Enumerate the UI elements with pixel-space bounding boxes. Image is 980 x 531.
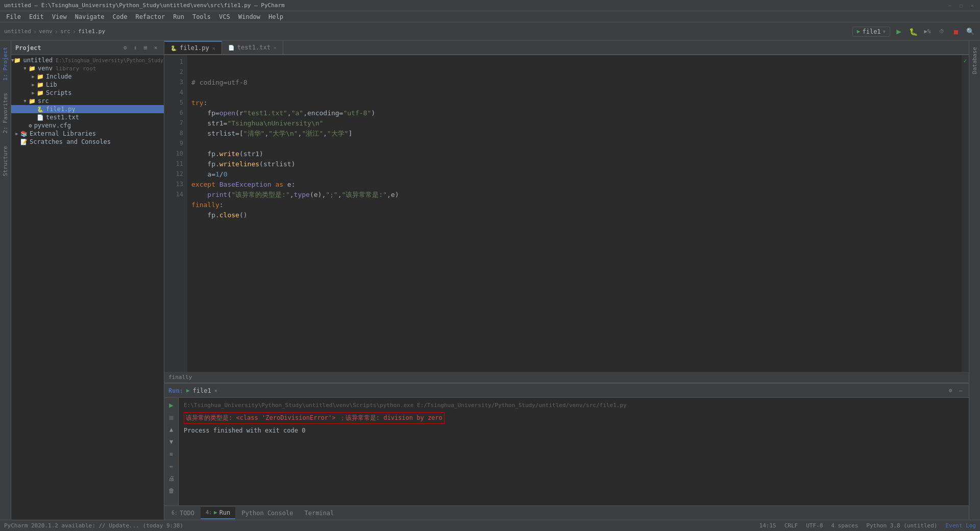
database-panel-label[interactable]: Database [969, 41, 980, 80]
bottom-tab-num-0: 6: [172, 510, 178, 516]
tab-label-1: test1.txt [237, 44, 271, 51]
tree-item-untitled[interactable]: ▼📁untitledE:\Tsinghua_University\Python_… [11, 56, 164, 64]
tree-arrow-2[interactable]: ▶ [30, 74, 37, 79]
bottom-tab-todo[interactable]: 6:TODO [166, 507, 200, 519]
clear-output-button[interactable]: 🗑 [166, 486, 177, 496]
menu-item-refactor[interactable]: Refactor [131, 12, 169, 21]
tree-item-external_libraries[interactable]: ▶📚External Libraries [11, 130, 164, 138]
tree-item-src[interactable]: ▼📁src [11, 97, 164, 105]
menu-item-window[interactable]: Window [234, 12, 264, 21]
event-log-label[interactable]: Event Log [945, 522, 976, 529]
code-line-11[interactable]: except BaseException as e: [191, 180, 958, 190]
run-file-icon: ▶ [186, 387, 190, 394]
tree-item-lib[interactable]: ▶📁Lib [11, 81, 164, 89]
tree-item-scripts[interactable]: ▶📁Scripts [11, 89, 164, 97]
soft-wrap-button[interactable]: ⇔ [166, 461, 177, 471]
tree-arrow-1[interactable]: ▼ [21, 66, 29, 71]
bottom-tab-terminal[interactable]: Terminal [299, 507, 339, 519]
tree-label-4: Scripts [46, 89, 72, 96]
tree-item-file1_py[interactable]: 🐍file1.py [11, 105, 164, 113]
wrap-lines-button[interactable]: ≡ [166, 449, 177, 459]
code-line-5[interactable]: str1="Tsinghua\nUniversity\n" [191, 118, 958, 129]
code-line-6[interactable]: strlist=["清华","大学\n","浙江","大学"] [191, 129, 958, 139]
panel-header-icons: ⚙ ↕ ⊞ ✕ [121, 44, 160, 52]
sidebar-item-project[interactable]: 1: Project [0, 41, 11, 87]
panel-expand-icon[interactable]: ⊞ [141, 44, 150, 52]
code-line-7[interactable] [191, 139, 958, 149]
code-line-13[interactable]: finally: [191, 200, 958, 210]
stop-run-button[interactable]: ■ [166, 412, 177, 422]
panel-gear-icon[interactable]: ⚙ [121, 44, 129, 52]
sidebar-item-structure[interactable]: Structure [0, 140, 11, 183]
debug-button[interactable]: 🐛 [908, 26, 919, 37]
panel-close-icon[interactable]: ✕ [152, 44, 160, 52]
run-settings-icon[interactable]: ⚙ [946, 387, 954, 395]
cursor-position: 14:15 [760, 522, 776, 529]
minimize-button[interactable]: – [946, 2, 953, 9]
code-line-4[interactable]: fp=open(r"test1.txt","a",encoding="utf-8… [191, 108, 958, 118]
maximize-button[interactable]: □ [958, 2, 965, 9]
code-token: 1 [215, 170, 219, 178]
code-token: , [287, 109, 291, 117]
coverage-button[interactable]: ▶% [922, 26, 933, 37]
tree-label-1: venv [38, 65, 53, 72]
tree-item-scratches_and_consoles[interactable]: 📝Scratches and Consoles [11, 138, 164, 146]
menu-item-navigate[interactable]: Navigate [71, 12, 109, 21]
run-tab-close[interactable]: ✕ [214, 388, 217, 393]
code-line-9[interactable]: fp.writelines(strlist) [191, 159, 958, 169]
code-token: ,encoding= [303, 109, 343, 117]
menu-item-file[interactable]: File [2, 12, 25, 21]
code-content[interactable]: # coding=utf-8 try: fp=open(r"test1.txt"… [187, 55, 962, 372]
menu-item-help[interactable]: Help [264, 12, 287, 21]
tree-arrow-9[interactable]: ▶ [13, 131, 20, 136]
sidebar-item-favorites[interactable]: 2: Favorites [0, 87, 11, 139]
menu-item-run[interactable]: Run [169, 12, 188, 21]
code-token [191, 191, 207, 198]
code-line-2[interactable] [191, 88, 958, 98]
panel-sort-icon[interactable]: ↕ [131, 44, 139, 52]
editor-tab-test1_txt[interactable]: 📄test1.txt✕ [222, 41, 283, 54]
code-line-8[interactable]: fp.write(str1) [191, 149, 958, 159]
run-panel-header: Run: ▶ file1 ✕ ⚙ – [164, 384, 969, 398]
tree-item-venv[interactable]: ▼📁venvlibrary root [11, 64, 164, 72]
tree-item-test1_txt[interactable]: 📄test1.txt [11, 113, 164, 121]
tab-close-0[interactable]: ✕ [212, 45, 215, 51]
run-minimize-icon[interactable]: – [957, 387, 965, 395]
code-token: as [275, 181, 283, 188]
tree-item-include[interactable]: ▶📁Include [11, 72, 164, 81]
close-button[interactable]: ✕ [969, 2, 976, 9]
run-button[interactable]: ▶ [893, 26, 904, 37]
bottom-tab-run[interactable]: 4:▶Run [201, 507, 235, 519]
print-button[interactable]: 🖨 [166, 473, 177, 484]
run-config-dropdown[interactable]: ▶ file1 ▼ [852, 27, 890, 37]
menu-item-tools[interactable]: Tools [188, 12, 215, 21]
rerun-button[interactable]: ▶ [166, 400, 177, 410]
breadcrumb-bar: finally [164, 372, 969, 383]
editor-tab-file1_py[interactable]: 🐍file1.py✕ [164, 41, 222, 54]
tree-item-pyvenv_cfg[interactable]: ⚙pyvenv.cfg [11, 121, 164, 130]
code-line-3[interactable]: try: [191, 98, 958, 108]
code-line-10[interactable]: a=1/0 [191, 169, 958, 180]
menu-item-edit[interactable]: Edit [25, 12, 48, 21]
menu-item-code[interactable]: Code [109, 12, 132, 21]
code-editor: 1234567891011121314 # coding=utf-8 try: … [164, 55, 969, 372]
stop-button[interactable]: ■ [950, 26, 962, 37]
menu-item-vcs[interactable]: VCS [215, 12, 234, 21]
code-token: / [219, 170, 224, 178]
code-line-1[interactable]: # coding=utf-8 [191, 78, 958, 88]
code-line-12[interactable]: print("该异常的类型是:",type(e),";","该异常常是:",e) [191, 190, 958, 200]
code-token: BaseException [219, 181, 272, 188]
scroll-down-button[interactable]: ▼ [166, 437, 177, 447]
tab-close-1[interactable]: ✕ [274, 45, 277, 50]
tree-arrow-5[interactable]: ▼ [21, 98, 29, 104]
code-token: "Tsinghua\nUniversity\n" [227, 119, 323, 127]
profile-button[interactable]: ⏱ [936, 26, 947, 37]
bottom-tab-python-console[interactable]: Python Console [236, 507, 298, 519]
tree-arrow-3[interactable]: ▶ [30, 82, 37, 87]
tree-arrow-4[interactable]: ▶ [30, 90, 37, 95]
menu-item-view[interactable]: View [48, 12, 71, 21]
scroll-up-button[interactable]: ▲ [166, 424, 177, 435]
search-everywhere-button[interactable]: 🔍 [965, 26, 976, 37]
tree-file-icon-2: 📁 [37, 73, 44, 80]
code-line-14[interactable]: fp.close() [191, 210, 958, 220]
